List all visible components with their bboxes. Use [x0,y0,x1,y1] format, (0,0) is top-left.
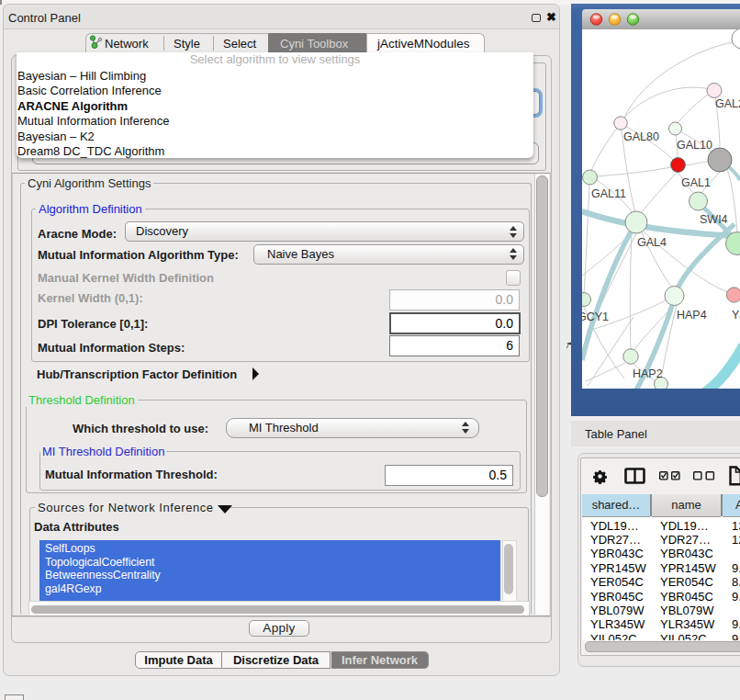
svg-text:GAL2: GAL2 [715,97,740,110]
svg-text:GAL1: GAL1 [681,176,711,189]
svg-text:GAL4: GAL4 [637,236,667,249]
svg-text:GAL10: GAL10 [677,139,712,152]
svg-text:GAL80: GAL80 [623,130,659,143]
svg-text:GCY1: GCY1 [582,310,609,323]
svg-text:SWI4: SWI4 [700,213,728,226]
svg-text:GAL11: GAL11 [591,187,626,200]
svg-text:HAP2: HAP2 [633,367,663,380]
svg-text:YJ: YJ [732,309,740,322]
svg-text:HAP4: HAP4 [677,309,707,322]
